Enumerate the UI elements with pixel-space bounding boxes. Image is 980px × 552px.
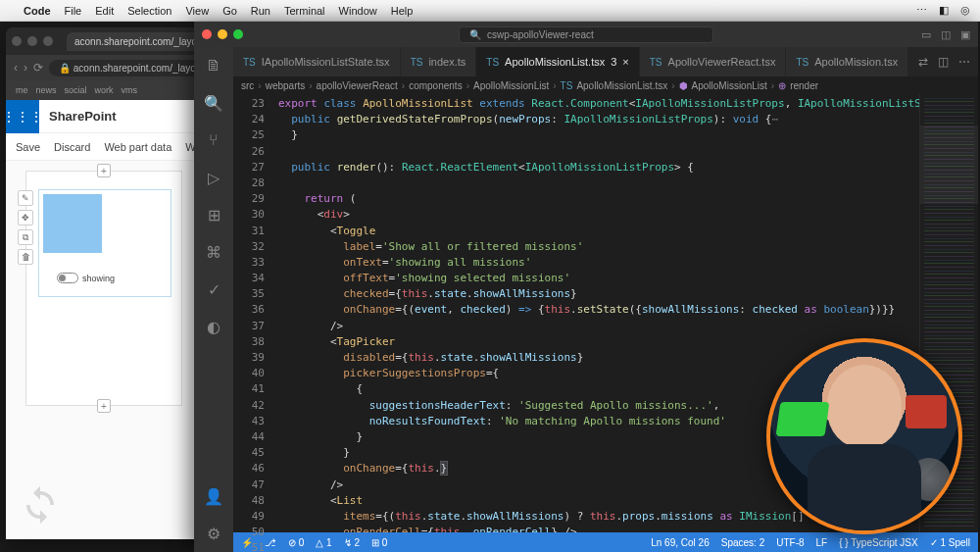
webpart-image-placeholder [43,194,102,253]
add-section-icon[interactable]: + [97,399,111,413]
menu-terminal[interactable]: Terminal [284,5,325,17]
activity-bar: 🗎 🔍 ⑂ ▷ ⊞ ⌘ ✓ ◐ 👤 ⚙ [194,47,233,552]
source-control-icon[interactable]: ⑂ [203,129,224,151]
remote-icon[interactable]: ⌘ [203,241,224,263]
dirty-indicator-icon: × [622,56,628,68]
bookmark[interactable]: news [36,85,57,95]
tab-index[interactable]: TSindex.ts [401,47,477,76]
move-icon[interactable]: ✥ [18,210,33,226]
live-share-icon[interactable]: ◐ [203,316,224,337]
git-branch[interactable]: ⎇ [265,537,276,548]
webpart-canvas[interactable]: + + ✎ ✥ ⧉ 🗑 showing [25,171,182,406]
mac-menubar: Code File Edit Selection View Go Run Ter… [0,0,980,22]
cursor-position[interactable]: Ln 69, Col 26 [651,537,710,548]
info[interactable]: ⊞ 0 [371,537,387,548]
bookmark[interactable]: me [16,85,28,95]
show-all-toggle[interactable]: showing [57,273,115,283]
ts-icon: TS [411,57,423,68]
editor-tabs: TSIApolloMissionListState.tsx TSindex.ts… [233,47,978,76]
bookmark[interactable]: social [65,85,87,95]
add-section-icon[interactable]: + [97,164,111,177]
control-center-icon[interactable]: ◧ [939,4,949,17]
panel-icon[interactable]: ◫ [941,28,951,41]
browser-traffic-lights[interactable] [12,36,53,46]
wifi-icon[interactable]: ⋯ [916,4,927,17]
settings-icon[interactable]: ⚙ [203,523,224,544]
ts-icon: TS [486,57,499,68]
sync-icon [20,484,61,526]
menu-window[interactable]: Window [339,5,377,17]
command-center[interactable]: 🔍cswp-apolloViewer-react [459,26,713,43]
menu-help[interactable]: Help [391,5,414,17]
sharepoint-title: SharePoint [39,109,117,124]
webpart-data-button[interactable]: Web part data [104,141,172,153]
delete-icon[interactable]: 🗑 [18,249,33,265]
run-debug-icon[interactable]: ▷ [203,167,224,188]
eol[interactable]: LF [816,537,828,548]
menu-view[interactable]: View [185,5,209,17]
extensions-icon[interactable]: ⊞ [203,204,224,226]
discard-button[interactable]: Discard [54,141,90,153]
reload-icon[interactable]: ⟳ [33,61,43,75]
fold-icon[interactable]: › [261,113,264,123]
forward-icon[interactable]: › [24,61,27,75]
search-icon[interactable]: 🔍 [203,92,224,114]
account-icon[interactable]: 👤 [203,485,224,507]
more-icon[interactable]: ⋯ [958,55,970,69]
testing-icon[interactable]: ✓ [203,278,224,300]
encoding[interactable]: UTF-8 [776,537,804,548]
close-tab-icon[interactable]: 3 [611,56,616,68]
webpart-selection[interactable]: ✎ ✥ ⧉ 🗑 showing [38,189,172,297]
menu-run[interactable]: Run [251,5,270,17]
spell-check[interactable]: ✓ 1 Spell [930,537,970,548]
window-controls[interactable] [202,29,243,39]
ports[interactable]: ↯ 2 [344,537,360,548]
menu-edit[interactable]: Edit [95,5,114,17]
webcam-overlay [766,338,962,534]
layout-icon[interactable]: ▭ [921,28,931,41]
breadcrumbs[interactable]: src› webparts› apolloViewerReact› compon… [233,76,978,94]
tab-state[interactable]: TSIApolloMissionListState.tsx [233,47,401,76]
errors[interactable]: ⊘ 0 [288,537,304,548]
indentation[interactable]: Spaces: 2 [721,537,764,548]
bookmark[interactable]: vms [122,85,138,95]
tab-mission-list[interactable]: TSApolloMissionList.tsx 3 × [476,47,639,76]
save-button[interactable]: Save [16,141,40,153]
split-editor-icon[interactable]: ◫ [938,55,949,69]
app-name[interactable]: Code [24,5,51,17]
bookmark[interactable]: work [95,85,114,95]
edit-icon[interactable]: ✎ [18,190,33,206]
duplicate-icon[interactable]: ⧉ [18,229,33,245]
language-mode[interactable]: { } TypeScript JSX [839,537,917,548]
ts-icon: TS [796,57,808,68]
explorer-icon[interactable]: 🗎 [203,55,224,76]
back-icon[interactable]: ‹ [14,61,18,75]
menu-go[interactable]: Go [222,5,237,17]
line-numbers: 2324252627282930313233343536373839404142… [233,94,272,532]
ts-icon: TS [243,57,256,68]
siri-icon[interactable]: ◎ [960,4,970,17]
status-bar: ⚡ ⎇ ⊘ 0 △ 1 ↯ 2 ⊞ 0 Ln 69, Col 26 Spaces… [233,532,978,552]
menu-selection[interactable]: Selection [127,5,172,17]
app-launcher-icon[interactable]: ⋮⋮⋮ [6,100,39,133]
menu-file[interactable]: File [65,5,82,17]
tab-mission[interactable]: TSApolloMission.tsx [786,47,908,76]
customize-icon[interactable]: ▣ [960,28,970,41]
warnings[interactable]: △ 1 [316,537,331,548]
ts-icon: TS [650,57,662,68]
tab-viewer-react[interactable]: TSApolloViewerReact.tsx [640,47,787,76]
diff-icon[interactable]: ⇄ [918,55,928,69]
search-icon: 🔍 [469,29,481,40]
